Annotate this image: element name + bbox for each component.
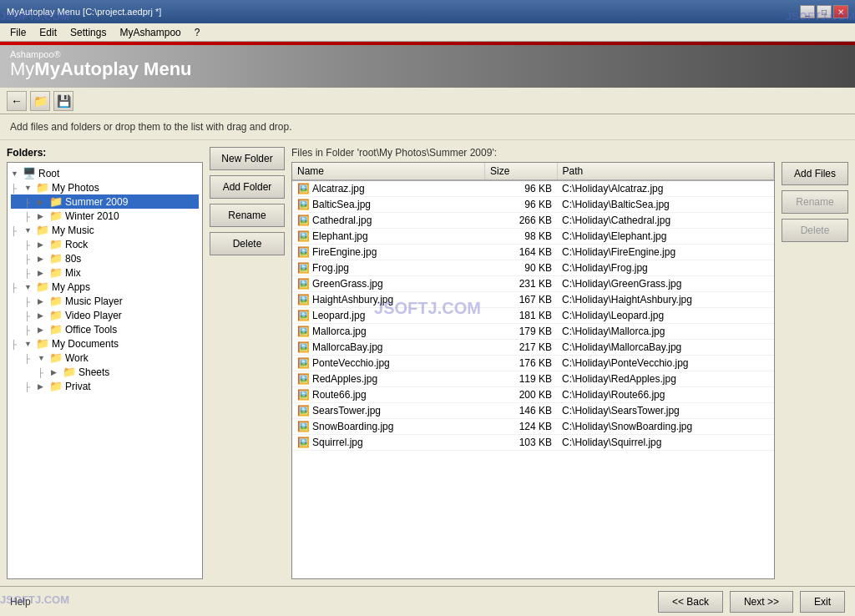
exit-button[interactable]: Exit: [800, 591, 845, 613]
add-files-button[interactable]: Add Files: [782, 162, 848, 185]
file-name: 🖼️GreenGrass.jpg: [292, 276, 485, 292]
tree-item-privat[interactable]: ├▶📁Privat: [11, 379, 199, 393]
tree-indent: ├: [24, 295, 38, 307]
tree-item-mix[interactable]: ├▶📁Mix: [11, 265, 199, 280]
file-size: 266 KB: [485, 213, 557, 229]
delete-file-button[interactable]: Delete: [782, 219, 848, 242]
tree-item-80s[interactable]: ├▶📁80s: [11, 251, 199, 265]
tree-item-rock[interactable]: ├▶📁Rock: [11, 237, 199, 251]
tree-item-musicplayer[interactable]: ├▶📁Music Player: [11, 294, 199, 308]
tree-item-officetools[interactable]: ├▶📁Office Tools: [11, 322, 199, 336]
table-row[interactable]: 🖼️GreenGrass.jpg231 KBC:\Holiday\GreenGr…: [292, 276, 774, 292]
table-row[interactable]: 🖼️Squirrel.jpg103 KBC:\Holiday\Squirrel.…: [292, 435, 774, 451]
menu-settings[interactable]: Settings: [63, 25, 113, 40]
table-row[interactable]: 🖼️Mallorca.jpg179 KBC:\Holiday\Mallorca.…: [292, 324, 774, 340]
file-name: 🖼️Elephant.jpg: [292, 229, 485, 245]
tree-item-myapps[interactable]: ├▼📁My Apps: [11, 280, 199, 294]
menu-myashampoo[interactable]: MyAshampoo: [113, 25, 187, 40]
tree-indent: ├: [24, 352, 38, 364]
file-path: C:\Holiday\GreenGrass.jpg: [557, 276, 773, 292]
table-row[interactable]: 🖼️BalticSea.jpg96 KBC:\Holiday\BalticSea…: [292, 197, 774, 213]
table-row[interactable]: 🖼️Alcatraz.jpg96 KBC:\Holiday\Alcatraz.j…: [292, 180, 774, 197]
col-header-name[interactable]: Name: [292, 163, 485, 180]
folder-icon-myphotos: 📁: [36, 181, 49, 194]
table-row[interactable]: 🖼️RedApples.jpg119 KBC:\Holiday\RedApple…: [292, 371, 774, 387]
file-path: C:\Holiday\Squirrel.jpg: [557, 435, 773, 451]
file-path: C:\Holiday\MallorcaBay.jpg: [557, 340, 773, 356]
col-header-size[interactable]: Size: [485, 163, 557, 180]
tree-label-winter2010: Winter 2010: [65, 210, 119, 222]
file-name: 🖼️FireEngine.jpg: [292, 245, 485, 260]
table-row[interactable]: 🖼️Leopard.jpg181 KBC:\Holiday\Leopard.jp…: [292, 308, 774, 324]
file-path: C:\Holiday\FireEngine.jpg: [557, 245, 773, 260]
tree-label-musicplayer: Music Player: [65, 295, 123, 307]
rename-file-button[interactable]: Rename: [782, 190, 848, 214]
back-button[interactable]: << Back: [658, 591, 723, 613]
tree-item-winter2010[interactable]: ├▶📁Winter 2010: [11, 209, 199, 223]
table-row[interactable]: 🖼️HaightAshbury.jpg167 KBC:\Holiday\Haig…: [292, 292, 774, 308]
folder-icon-root: 🖥️: [23, 167, 36, 179]
file-icon: 🖼️: [297, 294, 310, 305]
file-list[interactable]: Name Size Path 🖼️Alcatraz.jpg96 KBC:\Hol…: [291, 162, 775, 579]
tree-item-work[interactable]: ├▼📁Work: [11, 351, 199, 365]
file-size: 164 KB: [485, 245, 557, 260]
file-size: 146 KB: [485, 403, 557, 419]
nav-buttons: << Back Next >> Exit: [658, 591, 845, 613]
tree-item-sheets[interactable]: ├▶📁Sheets: [11, 365, 199, 379]
toolbar-save-button[interactable]: 💾: [53, 91, 73, 111]
file-path: C:\Holiday\BalticSea.jpg: [557, 197, 773, 213]
table-row[interactable]: 🖼️Route66.jpg200 KBC:\Holiday\Route66.jp…: [292, 387, 774, 403]
toolbar-open-button[interactable]: 📁: [30, 91, 50, 111]
tree-indent: ├: [11, 182, 24, 194]
tree-item-root[interactable]: ▼🖥️Root: [11, 166, 199, 180]
menu-help[interactable]: ?: [188, 25, 207, 40]
folder-icon-officetools: 📁: [49, 323, 63, 336]
table-row[interactable]: 🖼️Frog.jpg90 KBC:\Holiday\Frog.jpg: [292, 260, 774, 276]
table-row[interactable]: 🖼️MallorcaBay.jpg217 KBC:\Holiday\Mallor…: [292, 340, 774, 356]
table-row[interactable]: 🖼️FireEngine.jpg164 KBC:\Holiday\FireEng…: [292, 245, 774, 260]
file-icon: 🖼️: [297, 183, 310, 194]
file-path: C:\Holiday\Mallorca.jpg: [557, 324, 773, 340]
file-path: C:\Holiday\Elephant.jpg: [557, 229, 773, 245]
table-row[interactable]: 🖼️SearsTower.jpg146 KBC:\Holiday\SearsTo…: [292, 403, 774, 419]
tree-item-summer2009[interactable]: ├▶📁Summer 2009: [11, 194, 199, 209]
file-path: C:\Holiday\Leopard.jpg: [557, 308, 773, 324]
tree-label-mydocuments: My Documents: [52, 338, 119, 350]
tree-label-mix: Mix: [65, 267, 81, 279]
toolbar: ← 📁 💾: [0, 88, 855, 114]
folder-icon-mymusic: 📁: [36, 224, 49, 236]
rename-folder-button[interactable]: Rename: [210, 204, 285, 227]
file-path: C:\Holiday\Alcatraz.jpg: [557, 180, 773, 197]
tree-item-videoplayer[interactable]: ├▶📁Video Player: [11, 308, 199, 322]
file-path: C:\Holiday\Frog.jpg: [557, 260, 773, 276]
tree-item-mymusic[interactable]: ├▼📁My Music: [11, 223, 199, 237]
file-icon: 🖼️: [297, 326, 310, 337]
menu-edit[interactable]: Edit: [33, 25, 63, 40]
toolbar-back-button[interactable]: ←: [7, 91, 27, 111]
close-button[interactable]: ✕: [833, 5, 848, 18]
tree-label-myapps: My Apps: [52, 281, 90, 293]
file-size: 119 KB: [485, 371, 557, 387]
table-row[interactable]: 🖼️Cathedral.jpg266 KBC:\Holiday\Cathedra…: [292, 213, 774, 229]
file-path: C:\Holiday\Cathedral.jpg: [557, 213, 773, 229]
folder-icon-rock: 📁: [49, 238, 63, 250]
folder-tree[interactable]: ▼🖥️Root├▼📁My Photos├▶📁Summer 2009├▶📁Wint…: [7, 162, 203, 579]
folder-icon-winter2010: 📁: [49, 210, 63, 222]
tree-item-mydocuments[interactable]: ├▼📁My Documents: [11, 336, 199, 351]
menu-file[interactable]: File: [3, 25, 33, 40]
help-link[interactable]: Help: [10, 596, 31, 608]
minimize-button[interactable]: _: [800, 5, 815, 18]
table-row[interactable]: 🖼️PonteVecchio.jpg176 KBC:\Holiday\Ponte…: [292, 356, 774, 371]
table-row[interactable]: 🖼️SnowBoarding.jpg124 KBC:\Holiday\SnowB…: [292, 419, 774, 435]
add-folder-button[interactable]: Add Folder: [210, 175, 285, 199]
center-buttons: New Folder Add Folder Rename Delete: [210, 147, 285, 579]
new-folder-button[interactable]: New Folder: [210, 147, 285, 170]
col-header-path[interactable]: Path: [557, 163, 773, 180]
next-button[interactable]: Next >>: [730, 591, 793, 613]
table-row[interactable]: 🖼️Elephant.jpg98 KBC:\Holiday\Elephant.j…: [292, 229, 774, 245]
tree-item-myphotos[interactable]: ├▼📁My Photos: [11, 180, 199, 194]
delete-folder-button[interactable]: Delete: [210, 232, 285, 255]
file-size: 98 KB: [485, 229, 557, 245]
maximize-button[interactable]: □: [817, 5, 832, 18]
file-size: 90 KB: [485, 260, 557, 276]
